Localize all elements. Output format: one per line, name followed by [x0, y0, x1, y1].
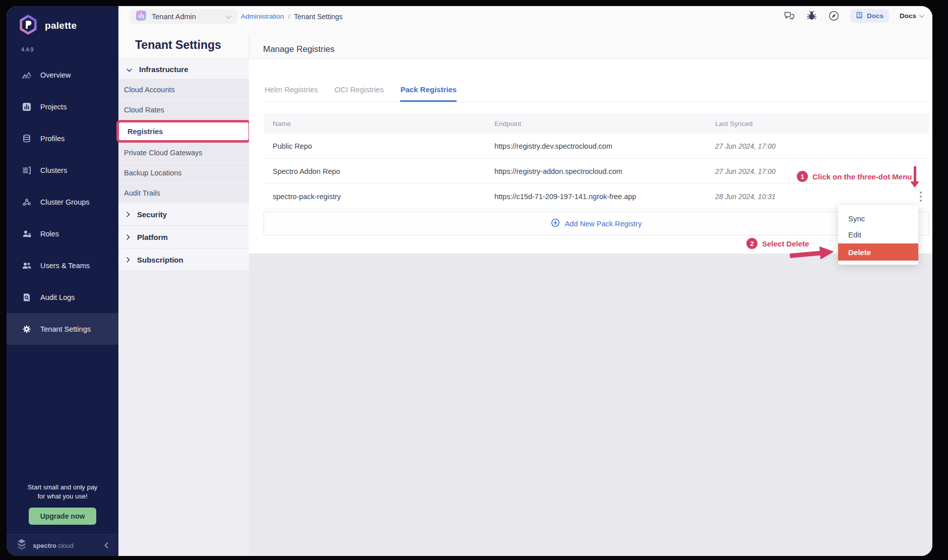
project-scope-selector[interactable]: Tenant Admin: [130, 9, 237, 24]
collapse-sidebar-chevron-icon[interactable]: [103, 542, 109, 549]
promo-line2: for what you use!: [7, 492, 118, 501]
sidebar-item-label: Projects: [40, 103, 67, 111]
sidebar-item-users-teams[interactable]: Users & Teams: [7, 250, 118, 281]
nav-item-label: Audit Trails: [124, 189, 160, 197]
registry-endpoint: https://registry-addon.spectrocloud.com: [494, 167, 715, 175]
nav-section-label: Security: [137, 210, 167, 219]
docs-dropdown[interactable]: Docs: [900, 12, 924, 20]
nav-section-label: Infrastructure: [139, 65, 188, 74]
compass-icon[interactable]: [828, 10, 840, 22]
breadcrumb: Administration / Tenant Settings: [241, 9, 343, 24]
page-header: Tenant Admin Administration / Tenant Set…: [118, 6, 932, 59]
chevron-down-icon: [226, 12, 231, 21]
nav-item-private-cloud-gateways[interactable]: Private Cloud Gateways: [118, 143, 249, 163]
breadcrumb-current: Tenant Settings: [294, 13, 343, 21]
brand-cloud: cloud: [58, 542, 74, 549]
roles-icon: [22, 229, 32, 239]
sidebar-item-label: Audit Logs: [40, 293, 75, 301]
nav-section-label: Subscription: [137, 256, 183, 264]
menu-item-delete[interactable]: Delete: [838, 243, 918, 261]
add-button-label: Add New Pack Registry: [565, 220, 642, 228]
column-name: Name: [273, 120, 494, 128]
chevron-right-icon: [127, 256, 130, 264]
tab-helm-registries[interactable]: Helm Registries: [265, 85, 318, 102]
logo-wordmark: palette: [45, 20, 77, 31]
breadcrumb-administration[interactable]: Administration: [241, 13, 284, 20]
breadcrumb-separator: /: [288, 13, 290, 20]
registry-name: spectro-pack-registry: [273, 193, 494, 201]
three-dot-menu-icon[interactable]: [918, 190, 924, 204]
docs-dropdown-label: Docs: [900, 12, 916, 20]
feedback-chat-icon[interactable]: [783, 10, 795, 21]
step-number-badge: 2: [746, 238, 757, 249]
nav-section-subscription[interactable]: Subscription: [118, 248, 249, 271]
sidebar-item-label: Cluster Groups: [40, 198, 90, 206]
docs-chip-button[interactable]: Docs: [850, 9, 889, 23]
sidebar-item-profiles[interactable]: Profiles: [7, 122, 118, 154]
nav-item-audit-trails[interactable]: Audit Trails: [118, 183, 249, 203]
app-version: 4.4.9: [21, 46, 33, 52]
add-new-pack-registry-button[interactable]: Add New Pack Registry: [264, 212, 929, 235]
sidebar-item-audit-logs[interactable]: Audit Logs: [7, 281, 118, 313]
chevron-right-icon: [127, 233, 130, 241]
menu-item-edit[interactable]: Edit: [838, 226, 918, 242]
table-row[interactable]: Public Repo https://registry.dev.spectro…: [264, 134, 929, 159]
sidebar-item-label: Users & Teams: [40, 262, 90, 270]
annotation-text: Click on the three-dot Menu: [812, 172, 912, 181]
row-context-menu: Sync Edit Delete: [838, 205, 918, 265]
sidebar-nav: Overview Projects Profiles: [7, 59, 118, 345]
cluster-groups-icon: [22, 197, 32, 207]
column-last-synced: Last Synced: [715, 120, 929, 128]
sidebar-item-label: Clusters: [40, 166, 67, 174]
brand-spectro: spectro: [33, 542, 56, 549]
book-icon: [856, 11, 863, 21]
promo-line1: Start small and only pay: [7, 483, 118, 492]
sidebar-footer: spectrocloud: [7, 534, 118, 556]
clusters-icon: [22, 165, 32, 175]
nav-item-cloud-accounts[interactable]: Cloud Accounts: [118, 80, 249, 100]
app-window: palette 4.4.9 Overview Projects: [7, 6, 932, 556]
sidebar-item-cluster-groups[interactable]: Cluster Groups: [7, 186, 118, 218]
palette-logo: palette: [7, 6, 118, 37]
annotation-step-2: 2 Select Delete: [746, 238, 809, 249]
registry-name: Public Repo: [273, 142, 494, 150]
nav-item-cloud-rates[interactable]: Cloud Rates: [118, 100, 249, 120]
nav-section-security[interactable]: Security: [118, 203, 249, 226]
sidebar-item-overview[interactable]: Overview: [7, 59, 118, 91]
registries-tabs: Helm Registries OCI Registries Pack Regi…: [264, 59, 929, 102]
chevron-down-icon: [919, 12, 924, 20]
nav-item-label: Private Cloud Gateways: [124, 149, 203, 157]
nav-item-registries[interactable]: Registries: [116, 120, 251, 143]
step-number-badge: 1: [797, 171, 808, 182]
project-scope-label: Tenant Admin: [152, 13, 220, 21]
sidebar-item-roles[interactable]: Roles: [7, 218, 118, 250]
nav-item-label: Cloud Accounts: [124, 86, 175, 94]
nav-item-backup-locations[interactable]: Backup Locations: [118, 163, 249, 183]
sidebar-item-projects[interactable]: Projects: [7, 91, 118, 122]
menu-item-sync[interactable]: Sync: [838, 210, 918, 226]
title-divider: [249, 36, 249, 57]
registry-name: Spectro Addon Repo: [273, 167, 494, 175]
projects-icon: [22, 102, 32, 112]
nav-section-platform[interactable]: Platform: [118, 226, 249, 248]
bug-report-icon[interactable]: [806, 10, 817, 21]
sidebar-item-clusters[interactable]: Clusters: [7, 154, 118, 186]
nav-item-label: Cloud Rates: [124, 106, 164, 114]
tenant-settings-nav: Infrastructure Cloud Accounts Cloud Rate…: [118, 59, 249, 556]
page-body: Infrastructure Cloud Accounts Cloud Rate…: [118, 59, 932, 556]
sidebar-item-label: Profiles: [40, 135, 65, 143]
chevron-down-icon: [127, 65, 132, 74]
nav-item-label: Backup Locations: [124, 169, 181, 177]
tab-pack-registries[interactable]: Pack Registries: [400, 85, 457, 102]
sidebar-item-label: Tenant Settings: [40, 325, 91, 333]
audit-logs-icon: [22, 292, 32, 302]
tenant-admin-icon: [136, 11, 146, 23]
tab-oci-registries[interactable]: OCI Registries: [335, 85, 384, 102]
table-row[interactable]: spectro-pack-registry https://c15d-71-20…: [264, 184, 929, 209]
nav-section-infrastructure[interactable]: Infrastructure: [118, 59, 249, 80]
main-sidebar: palette 4.4.9 Overview Projects: [7, 6, 118, 556]
upgrade-now-button[interactable]: Upgrade now: [29, 508, 97, 525]
annotation-text: Select Delete: [762, 239, 809, 248]
sidebar-item-tenant-settings[interactable]: Tenant Settings: [7, 313, 118, 345]
main-content: Helm Registries OCI Registries Pack Regi…: [249, 59, 932, 556]
